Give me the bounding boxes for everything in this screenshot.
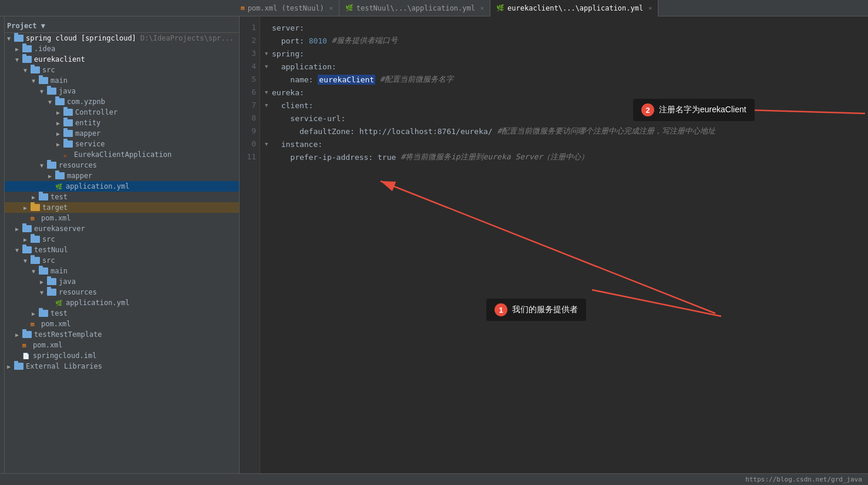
arrow-main2 [32, 268, 39, 275]
tab-eurekaclient-app[interactable]: 🌿 eurekaclient\...\application.yml ✕ [490, 0, 658, 16]
callout-num-1: 1 [494, 303, 507, 316]
item-sublabel-springcloud: D:\IdeaProjects\spr... [136, 34, 234, 42]
tab-eurekaclient-label: eurekaclient\...\application.yml [507, 4, 643, 12]
item-label-eurekaclientapp: EurekaClientApplication [74, 150, 171, 159]
tree-item-main2[interactable]: main [5, 266, 239, 276]
bottom-url: https://blog.csdn.net/grd_java [745, 476, 862, 483]
tree-item-src2[interactable]: src [5, 234, 239, 245]
line-num-6: 6 [240, 86, 256, 99]
folder-icon-test1 [39, 193, 48, 200]
code-text-4: application: [272, 62, 337, 71]
tree-item-pom1[interactable]: m pom.xml [5, 213, 239, 223]
tree-item-src1[interactable]: src [5, 65, 239, 75]
callout-text-2: 注册名字为eurekaClient [659, 105, 746, 115]
code-text-2b: 8010 [309, 36, 327, 45]
tab-testnuul-close[interactable]: ✕ [480, 5, 484, 11]
item-label-resources2: resources [59, 288, 97, 296]
tree-item-entity[interactable]: entity [5, 118, 239, 128]
tree-item-eurekaclient[interactable]: eurekaclient [5, 54, 239, 65]
tree-item-testnuul[interactable]: testNuul [5, 245, 239, 255]
item-label-main2: main [51, 267, 68, 275]
callout-num-2: 2 [641, 103, 654, 116]
tree-item-java1[interactable]: java [5, 86, 239, 96]
arrow-test1 [32, 194, 39, 200]
arrow-java1 [40, 88, 47, 95]
item-label-target: target [42, 203, 68, 212]
code-text-8: service-url: [272, 114, 345, 123]
tree-item-testresttemplate[interactable]: testRestTemplate [5, 329, 239, 340]
tab-pom-label: pom.xml (testNuul) [248, 4, 324, 12]
tab-testnuul-app[interactable]: 🌿 testNuul\...\application.yml ✕ [339, 0, 490, 16]
folder-icon-resources1 [47, 162, 56, 169]
code-line-9: defaultZone: http://localhost:8761/eurek… [260, 125, 868, 138]
arrow-src3 [23, 257, 31, 264]
line-num-1: 1 [240, 21, 256, 34]
tree-item-resources2[interactable]: resources [5, 287, 239, 297]
tree-item-application-yml2[interactable]: 🌿 application.yml [5, 297, 239, 308]
tab-eurekaclient-close[interactable]: ✕ [648, 5, 652, 11]
pom-icon: m [241, 4, 245, 12]
project-tree[interactable]: Project ▼ spring cloud [springcloud] D:\… [5, 16, 240, 473]
tree-item-comyzpnb[interactable]: com.yzpnb [5, 96, 239, 107]
tree-item-eurekaclientapp[interactable]: ☕ EurekaClientApplication [5, 149, 239, 160]
folder-icon-java1 [47, 88, 56, 95]
yml-icon-application2: 🌿 [55, 300, 63, 306]
arrow-resources2 [40, 289, 47, 296]
item-label-controller: Controller [75, 108, 117, 116]
tree-item-test1[interactable]: test [5, 192, 239, 202]
item-label-resources1: resources [59, 161, 97, 169]
code-text-5c: #配置当前微服务名字 [375, 74, 453, 85]
tree-item-java2[interactable]: java [5, 276, 239, 287]
tab-pom[interactable]: m pom.xml (testNuul) ✕ [235, 0, 339, 16]
tree-item-mapper2[interactable]: mapper [5, 170, 239, 181]
item-label-src3: src [42, 256, 55, 265]
code-text-9b: #配置当前微服务要访问哪个注册中心完成注册，写注册中心地址 [497, 126, 716, 136]
tree-item-resources1[interactable]: resources [5, 160, 239, 170]
tree-item-springcloud-iml[interactable]: 📄 springcloud.iml [5, 350, 239, 361]
yml-icon-application: 🌿 [55, 183, 63, 190]
arrow-eurekaserver [15, 226, 22, 232]
code-text-11b: #将当前微服务ip注册到eureka Server（注册中心） [401, 152, 588, 162]
code-text-1: server: [272, 24, 304, 32]
folder-icon-src1 [31, 66, 40, 73]
item-label-comyzpnb: com.yzpnb [67, 98, 105, 106]
tree-item-idea[interactable]: .idea [5, 44, 239, 54]
code-line-4: application: [260, 60, 868, 73]
code-text-7: client: [272, 101, 313, 110]
folder-icon-comyzpnb [55, 98, 65, 105]
tree-item-springcloud[interactable]: spring cloud [springcloud] D:\IdeaProjec… [5, 33, 239, 44]
arrow-eurekaclient [15, 56, 22, 63]
line-num-10: 0 [240, 138, 256, 150]
editor-area[interactable]: 1 2 3 4 5 6 7 8 9 0 11 server: [240, 16, 868, 473]
tree-item-eurekaserver[interactable]: eurekaserver [5, 223, 239, 234]
tree-item-src3[interactable]: src [5, 255, 239, 266]
code-area[interactable]: server: port: 8010 #服务提供者端口号 spring: app… [260, 16, 868, 473]
code-text-6: eureka: [272, 88, 304, 97]
tree-item-application-yml[interactable]: 🌿 application.yml [5, 181, 239, 192]
yml-icon-2: 🌿 [496, 4, 504, 12]
item-label-eurekaclient: eurekaclient [34, 55, 85, 63]
tree-item-test2[interactable]: test [5, 308, 239, 319]
line-num-11: 11 [240, 150, 256, 163]
arrow-mapper [56, 131, 63, 137]
tab-pom-close[interactable]: ✕ [329, 5, 333, 11]
tree-item-mapper[interactable]: mapper [5, 128, 239, 139]
tree-item-service[interactable]: service [5, 139, 239, 149]
tree-item-main1[interactable]: main [5, 75, 239, 86]
folder-icon-testresttemplate [22, 331, 32, 338]
item-label-application-yml: application.yml [66, 182, 129, 190]
tree-item-pom3[interactable]: m pom.xml [5, 340, 239, 350]
iml-icon: 📄 [22, 353, 31, 359]
folder-icon-testnuul [22, 246, 32, 253]
arrow-testnuul [15, 247, 22, 253]
callout-register-name: 2 注册名字为eurekaClient [633, 99, 755, 121]
tree-item-target[interactable]: target [5, 202, 239, 213]
code-text-5b: eurekaClient [318, 75, 375, 85]
tree-item-pom2[interactable]: m pom.xml [5, 319, 239, 329]
fold-3 [265, 51, 272, 56]
tree-item-controller[interactable]: Controller [5, 107, 239, 118]
tree-item-external-libraries[interactable]: External Libraries [5, 361, 239, 372]
item-label-src1: src [42, 66, 55, 74]
yml-icon-1: 🌿 [345, 4, 354, 12]
folder-icon-main1 [39, 77, 48, 84]
